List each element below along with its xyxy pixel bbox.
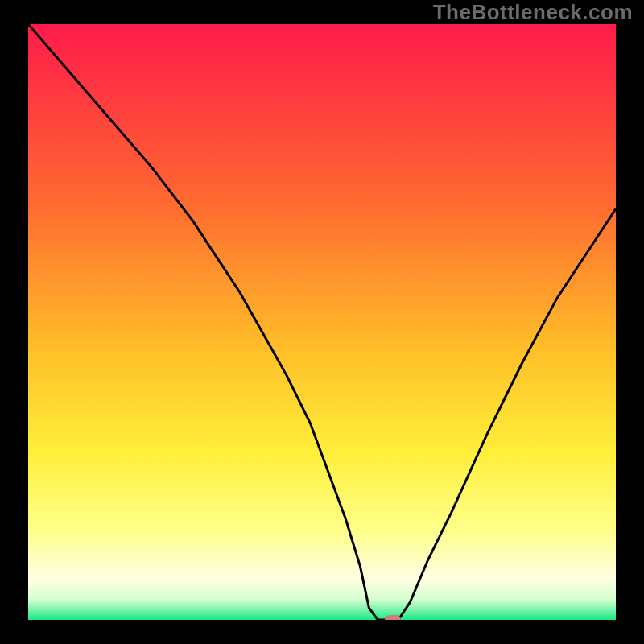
gradient-background xyxy=(28,24,616,620)
chart-svg xyxy=(28,24,616,620)
watermark-text: TheBottleneck.com xyxy=(433,0,633,25)
plot-area xyxy=(28,24,616,620)
chart-frame: TheBottleneck.com xyxy=(0,0,644,644)
optimum-marker xyxy=(385,615,401,620)
